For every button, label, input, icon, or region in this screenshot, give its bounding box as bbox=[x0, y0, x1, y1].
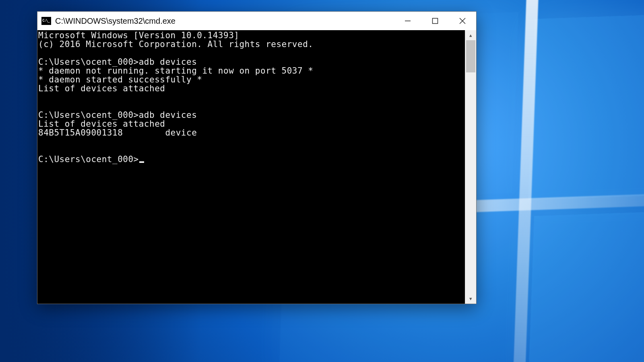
terminal-line: 84B5T15A09001318 device bbox=[38, 128, 464, 137]
terminal-line: C:\Users\ocent_000>adb devices bbox=[38, 111, 464, 119]
window-title: C:\WINDOWS\system32\cmd.exe bbox=[55, 16, 175, 26]
desktop-wallpaper: C:\WINDOWS\system32\cmd.exe Microso bbox=[0, 0, 644, 362]
minimize-button[interactable] bbox=[394, 12, 421, 30]
scroll-track[interactable] bbox=[465, 40, 476, 294]
scroll-down-arrow-icon[interactable]: ▾ bbox=[465, 294, 476, 304]
terminal-line bbox=[38, 146, 464, 155]
terminal-output[interactable]: Microsoft Windows [Version 10.0.14393](c… bbox=[37, 30, 465, 304]
terminal-line: C:\Users\ocent_000> bbox=[38, 155, 464, 164]
titlebar[interactable]: C:\WINDOWS\system32\cmd.exe bbox=[37, 12, 476, 30]
terminal-line bbox=[38, 102, 464, 111]
minimize-icon bbox=[405, 18, 411, 24]
cmd-window: C:\WINDOWS\system32\cmd.exe Microso bbox=[37, 11, 477, 304]
terminal-line: (c) 2016 Microsoft Corporation. All righ… bbox=[38, 40, 464, 49]
terminal-line: * daemon not running. starting it now on… bbox=[38, 66, 464, 75]
maximize-icon bbox=[432, 18, 438, 24]
close-button[interactable] bbox=[449, 12, 476, 30]
scroll-thumb[interactable] bbox=[466, 40, 475, 72]
cmd-app-icon bbox=[41, 17, 51, 25]
terminal-line: Microsoft Windows [Version 10.0.14393] bbox=[38, 31, 464, 40]
vertical-scrollbar[interactable]: ▴ ▾ bbox=[465, 30, 476, 304]
terminal-line: C:\Users\ocent_000>adb devices bbox=[38, 58, 464, 66]
maximize-button[interactable] bbox=[421, 12, 449, 30]
terminal-line: List of devices attached bbox=[38, 119, 464, 128]
terminal-line bbox=[38, 49, 464, 58]
terminal-line bbox=[38, 93, 464, 102]
terminal-line: * daemon started successfully * bbox=[38, 75, 464, 84]
scroll-up-arrow-icon[interactable]: ▴ bbox=[465, 30, 476, 40]
svg-rect-1 bbox=[433, 19, 438, 24]
text-cursor bbox=[139, 161, 144, 163]
terminal-line bbox=[38, 137, 464, 146]
close-icon bbox=[459, 18, 466, 24]
terminal-line: List of devices attached bbox=[38, 84, 464, 93]
